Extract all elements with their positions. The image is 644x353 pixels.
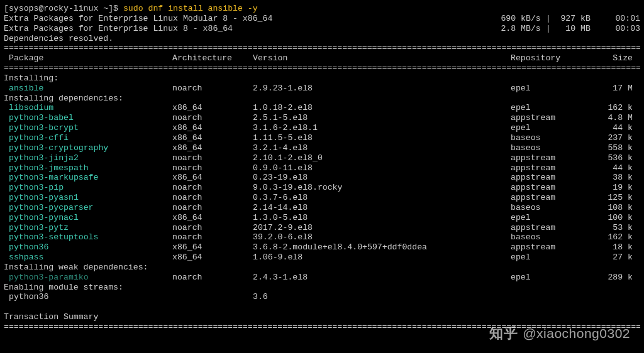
cell-size: 38 k [592, 173, 633, 183]
section-installing: Installing: [4, 73, 640, 84]
table-row: python3-setuptoolsnoarch39.2.0-6.el8base… [4, 232, 640, 242]
table-row: python3-jinja2noarch2.10.1-2.el8_0appstr… [4, 153, 640, 163]
cell-package: python3-pynacl [4, 213, 172, 223]
transaction-summary-line: Transaction Summary [4, 312, 640, 322]
cell-size: 44 k [592, 123, 633, 133]
cell-package: python3-cffi [4, 133, 172, 143]
cell-arch: noarch [172, 193, 253, 203]
cell-arch: x86_64 [172, 213, 253, 223]
divider-rule: ========================================… [4, 63, 640, 73]
cell-version: 3.1.6-2.el8.1 [253, 123, 511, 133]
header-repo: Repository [511, 53, 592, 63]
cell-repo: appstream [511, 193, 592, 203]
cell-size: 100 k [592, 213, 633, 223]
cell-version: 1.0.18-2.el8 [253, 103, 511, 113]
cell-repo: baseos [511, 133, 592, 143]
cell-repo: epel [511, 273, 592, 283]
table-row: python3-pynaclx86_641.3.0-5.el8epel100 k [4, 213, 640, 223]
cell-size: 27 k [592, 253, 633, 263]
cell-version: 0.3.7-6.el8 [253, 193, 511, 203]
table-row: python3-pytznoarch2017.2-9.el8appstream5… [4, 223, 640, 233]
cell-version: 39.2.0-6.el8 [253, 232, 511, 242]
cell-package: libsodium [4, 103, 172, 113]
cell-repo: baseos [511, 232, 592, 242]
table-header: Package Architecture Version Repository … [4, 53, 640, 63]
cell-package: python3-babel [4, 113, 172, 123]
divider-rule: ========================================… [4, 43, 640, 53]
cell-size: 19 k [592, 183, 633, 193]
table-row: ansiblenoarch2.9.23-1.el8epel17 M [4, 84, 640, 94]
repo-fetch-line: Extra Packages for Enterprise Linux Modu… [4, 14, 640, 24]
cell-size: 18 k [592, 242, 633, 253]
cell-version: 0.23-19.el8 [253, 173, 511, 183]
cell-version: 3.6 [253, 292, 511, 302]
table-row: python3-paramikonoarch2.4.3-1.el8epel289… [4, 273, 640, 283]
prompt-text: [sysops@rocky-linux ~]$ [4, 4, 123, 13]
table-row: python3-cryptographyx86_643.2.1-4.el8bas… [4, 143, 640, 153]
cell-version: 0.9.0-11.el8 [253, 163, 511, 173]
repo-fetch-block: Extra Packages for Enterprise Linux Modu… [4, 14, 640, 34]
cell-version: 1.11.5-5.el8 [253, 133, 511, 143]
section-installing-deps: Installing dependencies: [4, 94, 640, 104]
table-row: python3-babelnoarch2.5.1-5.el8appstream4… [4, 113, 640, 123]
cell-arch: x86_64 [172, 173, 253, 183]
cell-repo: epel [511, 123, 592, 133]
cell-package: ansible [4, 84, 172, 94]
table-row: python3-markupsafex86_640.23-19.el8appst… [4, 173, 640, 183]
cell-repo: baseos [511, 143, 592, 153]
rows-installing-weak: python3-paramikonoarch2.4.3-1.el8epel289… [4, 273, 640, 283]
cell-size: 53 k [592, 223, 633, 233]
cell-repo: appstream [511, 153, 592, 163]
cell-arch: x86_64 [172, 253, 253, 263]
cell-package: python3-pycparser [4, 203, 172, 213]
header-version: Version [253, 53, 511, 63]
cell-version: 2017.2-9.el8 [253, 223, 511, 233]
cell-arch: x86_64 [172, 133, 253, 143]
watermark-handle: @xiaochong0302 [523, 325, 630, 341]
cell-version: 3.6.8-2.module+el8.4.0+597+ddf0ddea [253, 242, 511, 253]
cell-package: python3-pytz [4, 223, 172, 233]
cell-size: 289 k [592, 273, 633, 283]
cell-package: python3-bcrypt [4, 123, 172, 133]
cell-arch: noarch [172, 163, 253, 173]
cell-arch: noarch [172, 273, 253, 283]
cell-size: 108 k [592, 203, 633, 213]
cell-repo: epel [511, 213, 592, 223]
repo-name: Extra Packages for Enterprise Linux 8 - … [4, 24, 496, 34]
command-text: sudo dnf install ansible -y [123, 4, 258, 13]
cell-arch: noarch [172, 84, 253, 94]
cell-version: 3.2.1-4.el8 [253, 143, 511, 153]
cell-version: 2.4.3-1.el8 [253, 273, 511, 283]
cell-version: 2.9.23-1.el8 [253, 84, 511, 94]
rows-module-streams: python363.6 [4, 292, 640, 302]
cell-size: 162 k [592, 103, 633, 113]
cell-repo: appstream [511, 163, 592, 173]
cell-version: 2.10.1-2.el8_0 [253, 153, 511, 163]
shell-prompt-line: [sysops@rocky-linux ~]$ sudo dnf install… [4, 4, 640, 14]
repo-fetch-line: Extra Packages for Enterprise Linux 8 - … [4, 24, 640, 34]
cell-version: 2.14-14.el8 [253, 203, 511, 213]
table-row: libsodiumx86_641.0.18-2.el8epel162 k [4, 103, 640, 113]
cell-size: 536 k [592, 153, 633, 163]
cell-repo: appstream [511, 113, 592, 123]
cell-repo: appstream [511, 173, 592, 183]
cell-package: python3-jmespath [4, 163, 172, 173]
header-package: Package [4, 53, 172, 63]
cell-package: python3-pip [4, 183, 172, 193]
watermark: 知乎 @xiaochong0302 [489, 325, 630, 342]
cell-package: python36 [4, 292, 172, 302]
cell-arch: x86_64 [172, 242, 253, 253]
deps-resolved-line: Dependencies resolved. [4, 34, 640, 44]
cell-package: python3-jinja2 [4, 153, 172, 163]
table-row: python3-pyasn1noarch0.3.7-6.el8appstream… [4, 193, 640, 203]
cell-repo: baseos [511, 203, 592, 213]
table-row: python3-bcryptx86_643.1.6-2.el8.1epel44 … [4, 123, 640, 133]
rows-installing: ansiblenoarch2.9.23-1.el8epel17 M [4, 84, 640, 94]
cell-size: 125 k [592, 193, 633, 203]
cell-arch: noarch [172, 183, 253, 193]
cell-package: sshpass [4, 253, 172, 263]
table-row: python363.6 [4, 292, 640, 302]
table-row: python3-pycparsernoarch2.14-14.el8baseos… [4, 203, 640, 213]
cell-arch: noarch [172, 203, 253, 213]
cell-size: 4.8 M [592, 113, 633, 123]
